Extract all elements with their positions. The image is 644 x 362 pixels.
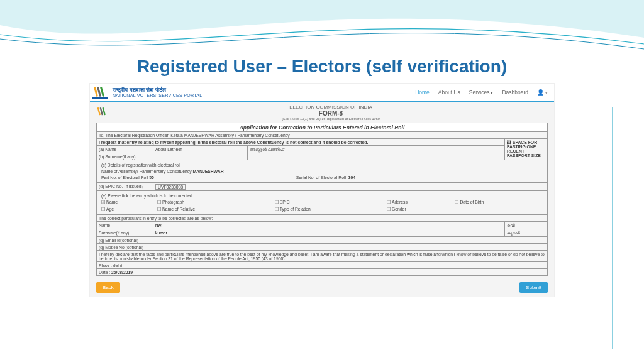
commission-name: ELECTION COMMISSION OF INDIA <box>114 104 548 110</box>
nav-services[interactable]: Services <box>469 89 494 96</box>
portal-header: राष्ट्रीय मतदाता सेवा पोर्टल NATIONAL VO… <box>90 84 554 101</box>
nav-about[interactable]: About Us <box>438 89 460 96</box>
nav-dashboard[interactable]: Dashboard <box>502 89 528 96</box>
form-number: FORM-8 <box>114 110 548 117</box>
epic-label: (d) EPIC No. (if issued) <box>97 183 153 191</box>
date-row: Date : 26/08/2019 <box>97 269 548 276</box>
portal-screenshot: राष्ट्रीय मतदाता सेवा पोर्टल NATIONAL VO… <box>89 83 555 297</box>
logo-hindi: राष्ट्रीय मतदाता सेवा पोर्टल <box>113 87 202 93</box>
checkbox-epic[interactable] <box>275 200 280 204</box>
surname-label: (b) Surname(if any) <box>97 153 153 160</box>
name-value: Abdul Latheef <box>153 146 248 153</box>
checkbox-age[interactable] <box>101 207 106 211</box>
checkbox-gender[interactable] <box>387 207 392 211</box>
email-input[interactable] <box>155 238 545 243</box>
checkbox-name[interactable] <box>101 200 106 204</box>
main-nav: Home About Us Services Dashboard 👤 <box>415 89 548 96</box>
mobile-label: (g) Mobile No.(optional) <box>97 244 153 251</box>
checkbox-relative[interactable] <box>157 207 162 211</box>
svg-rect-3 <box>92 97 108 99</box>
declaration-text: I hereby declare that the facts and part… <box>97 251 548 262</box>
form-buttons-row: Back Submit <box>90 280 554 297</box>
nvsp-logo: राष्ट्रीय मतदाता सेवा पोर्टल NATIONAL VO… <box>92 85 202 99</box>
section-e: (e) Please tick the entry which is to be… <box>97 191 548 215</box>
form-header-icon <box>96 106 110 118</box>
logo-icon <box>92 85 110 99</box>
corr-surname-input[interactable] <box>155 231 502 235</box>
email-label: (g) Email Id(optional) <box>97 237 153 244</box>
user-menu-icon[interactable]: 👤 <box>537 89 548 96</box>
corr-name-label: Name <box>97 222 153 229</box>
page-title: Registered User – Electors (self verific… <box>0 57 644 77</box>
correct-heading: The correct particulars in entry to be c… <box>97 215 548 222</box>
checkbox-photo[interactable] <box>157 200 162 204</box>
corr-name-native: രവി <box>505 222 548 229</box>
place-row: Place : delhi <box>97 262 548 269</box>
rules-reference: (See Rules 13(1) and 26) of Registration… <box>114 117 548 121</box>
form-8-table: Application for Correction to Particular… <box>96 123 548 276</box>
surname-value <box>153 153 248 160</box>
name-label: (a) Name <box>97 146 153 153</box>
corr-name-input[interactable] <box>155 223 502 228</box>
surname-native <box>248 153 505 160</box>
form-8-container: ELECTION COMMISSION OF INDIA FORM-8 (See… <box>90 101 554 280</box>
checkbox-address[interactable] <box>387 200 392 204</box>
application-title: Application for Correction to Particular… <box>97 123 548 132</box>
section-c: (c) Details of registration with elector… <box>97 160 548 183</box>
corr-surname-label: Surname(if any) <box>97 229 153 237</box>
photo-placeholder: 🖼 SPACE FOR PASTING ONE RECENT PASSPORT … <box>505 139 548 160</box>
mobile-input[interactable] <box>155 245 545 250</box>
request-statement: I request that entry relating to myself … <box>97 139 505 146</box>
epic-value: UVF0233098 <box>153 183 548 191</box>
nav-home[interactable]: Home <box>415 89 430 96</box>
corr-surname-native: കുമാർ <box>505 229 548 237</box>
to-officer-line: To, The Electoral Registration Officer, … <box>97 132 548 139</box>
submit-button[interactable]: Submit <box>519 282 548 293</box>
logo-english: NATIONAL VOTERS' SERVICES PORTAL <box>113 93 202 97</box>
name-native: അബ്ദുൾ ലത്തീഫ് <box>248 146 505 153</box>
back-button[interactable]: Back <box>96 282 120 293</box>
checkbox-reltype[interactable] <box>275 207 280 211</box>
